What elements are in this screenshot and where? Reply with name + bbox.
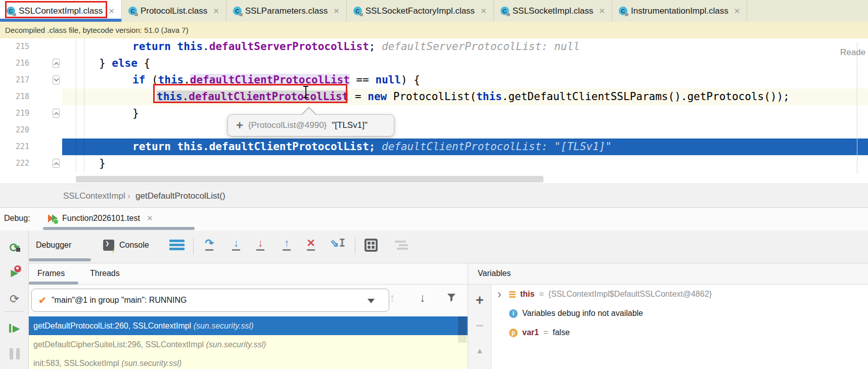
settings-sliders-icon[interactable] (395, 241, 408, 251)
close-icon[interactable]: ✕ (108, 7, 115, 16)
class-file-icon: C (7, 7, 15, 15)
info-icon: i (509, 309, 518, 318)
editor-tab-label: SSLContextImpl.class (19, 6, 103, 16)
layout-settings-icon[interactable] (169, 240, 185, 251)
fold-marker-icon[interactable] (53, 159, 60, 168)
debug-session-tab[interactable]: Function2026101.test ✕ (43, 208, 158, 229)
tooltip-object-ref: {ProtocolList@4990} (248, 120, 327, 130)
code-text: } (132, 105, 139, 122)
line-number[interactable]: 218 (0, 88, 29, 105)
close-icon[interactable]: ✕ (213, 7, 219, 16)
line-number[interactable]: 219 (0, 105, 29, 122)
frame-down-icon[interactable]: ↓ (420, 291, 426, 305)
close-icon[interactable]: ✕ (147, 214, 153, 223)
step-into-icon[interactable]: ↓ (227, 238, 245, 255)
code-text: return this.defaultClientProtocolList; (132, 139, 375, 155)
line-number[interactable]: 221 (0, 139, 29, 155)
variables-header: Variables (468, 263, 868, 285)
frame-up-icon[interactable]: ↑ (389, 291, 395, 305)
pause-program-icon[interactable] (0, 348, 29, 361)
tab-frames[interactable]: Frames (37, 269, 65, 278)
code-line[interactable]: 218this.defaultClientProtocolList = new … (0, 88, 868, 105)
code-line[interactable]: 215return this.defaultServerProtocolList… (0, 38, 868, 55)
thread-dropdown[interactable]: ✔ "main"@1 in group "main": RUNNING (31, 289, 389, 312)
code-line[interactable]: 222} (0, 155, 868, 172)
tooltip-value: "[TLSv1]" (332, 120, 368, 130)
breadcrumb-method[interactable]: getDefaultProtocolList() (135, 184, 225, 208)
variables-title: Variables (478, 269, 511, 278)
line-number[interactable]: 216 (0, 55, 29, 72)
horizontal-scrollbar[interactable] (76, 176, 543, 182)
scroll-up-icon[interactable]: ▲ (468, 346, 491, 355)
ide-window: { "icons": {"class_letter": "C", "close"… (0, 0, 868, 369)
add-watch-icon[interactable]: + (468, 293, 491, 308)
code-line[interactable]: 221return this.defaultClientProtocolList… (0, 139, 868, 155)
editor-tab[interactable]: CProtocolList.class✕ (122, 0, 226, 22)
line-number[interactable]: 217 (0, 72, 29, 88)
editor-tab[interactable]: CSSLSocketFactoryImpl.class✕ (347, 0, 494, 22)
close-icon[interactable]: ✕ (734, 7, 741, 16)
frame-row[interactable]: getDefaultCipherSuiteList:296, SSLContex… (29, 335, 468, 354)
variable-row[interactable]: pvar1 = false (491, 323, 868, 342)
banner-text: Decompiled .class file, bytecode version… (5, 26, 189, 34)
toolbar-divider (193, 238, 194, 254)
fold-marker-icon[interactable] (53, 59, 60, 68)
code-line[interactable]: 217if (this.defaultClientProtocolList ==… (0, 72, 868, 88)
remove-watch-icon[interactable]: − (468, 318, 491, 334)
editor-tab[interactable]: CInstrumentationImpl.class✕ (612, 0, 747, 22)
close-icon[interactable]: ✕ (480, 7, 487, 16)
tab-console[interactable]: Console (119, 241, 149, 250)
editor-tab-label: SSLSocketFactoryImpl.class (366, 6, 475, 16)
breadcrumb-separator-icon: › (127, 184, 130, 208)
active-tab-underline (29, 258, 91, 261)
code-text: } (99, 155, 106, 172)
reload-classes-icon[interactable]: ⟳ (0, 292, 29, 306)
fold-marker-icon[interactable] (53, 75, 60, 84)
editor-tab[interactable]: CSSLParameters.class✕ (226, 0, 347, 22)
tab-threads[interactable]: Threads (90, 269, 120, 278)
fold-marker-icon[interactable] (53, 109, 60, 118)
line-number[interactable]: 222 (0, 155, 29, 172)
run-configuration-icon (48, 214, 58, 222)
evaluate-expression-icon[interactable] (364, 239, 378, 252)
variable-row[interactable]: ›this = {SSLContextImpl$DefaultSSLContex… (491, 285, 868, 304)
toolbar-divider (355, 238, 355, 254)
run-to-cursor-icon[interactable]: ⇘I (329, 238, 346, 255)
editor-tab[interactable]: CSSLSocketImpl.class✕ (494, 0, 612, 22)
code-line[interactable]: 220 (0, 122, 868, 139)
frames-scrollbar-thumb[interactable] (458, 316, 467, 335)
frame-row[interactable]: getDefaultProtocolList:260, SSLContextIm… (29, 316, 468, 335)
console-icon (103, 240, 114, 251)
code-text: this.defaultClientProtocolList = new Pro… (157, 88, 790, 105)
frames-scrollbar-track (458, 335, 467, 343)
line-number[interactable]: 220 (0, 122, 29, 139)
drop-frame-icon[interactable]: ✕ (302, 238, 319, 255)
code-line[interactable]: 219} (0, 105, 868, 122)
resume-program-icon[interactable]: ▶ (0, 322, 29, 334)
step-over-icon[interactable]: ↷ (201, 238, 218, 255)
reader-mode-hint[interactable]: Reade (840, 48, 865, 58)
code-editor[interactable]: 215return this.defaultServerProtocolList… (0, 38, 868, 183)
tab-debugger[interactable]: Debugger (36, 241, 71, 250)
class-file-icon: C (233, 7, 242, 15)
variable-row[interactable]: iVariables debug info not available (491, 304, 868, 323)
code-line[interactable]: 216} else { (0, 55, 868, 72)
close-icon[interactable]: ✕ (599, 7, 605, 16)
debug-value-tooltip[interactable]: + {ProtocolList@4990} "[TLSv1]" (227, 114, 394, 136)
expand-chevron-icon[interactable]: › (497, 289, 505, 299)
breadcrumb-class[interactable]: SSLContextImpl (63, 184, 125, 208)
force-step-into-icon[interactable]: ↓ (252, 238, 269, 255)
step-out-icon[interactable]: ↑ (278, 238, 295, 255)
editor-tab[interactable]: CSSLContextImpl.class✕ (0, 0, 122, 22)
close-icon[interactable]: ✕ (333, 7, 340, 16)
line-number[interactable]: 215 (0, 38, 29, 55)
running-indicator-dot (53, 219, 59, 224)
rerun-failed-tests-icon[interactable]: ▶ (0, 267, 29, 279)
thread-dropdown-value: "main"@1 in group "main": RUNNING (52, 296, 187, 305)
expand-plus-icon[interactable]: + (236, 120, 243, 130)
rerun-icon[interactable]: ⟳ (0, 241, 29, 255)
frame-row[interactable]: init:583, SSLSocketImpl (sun.security.ss… (29, 354, 468, 369)
filter-frames-icon[interactable] (446, 293, 456, 305)
breadcrumb: SSLContextImpl › getDefaultProtocolList(… (0, 183, 868, 207)
editor-tab-label: SSLParameters.class (245, 6, 328, 16)
